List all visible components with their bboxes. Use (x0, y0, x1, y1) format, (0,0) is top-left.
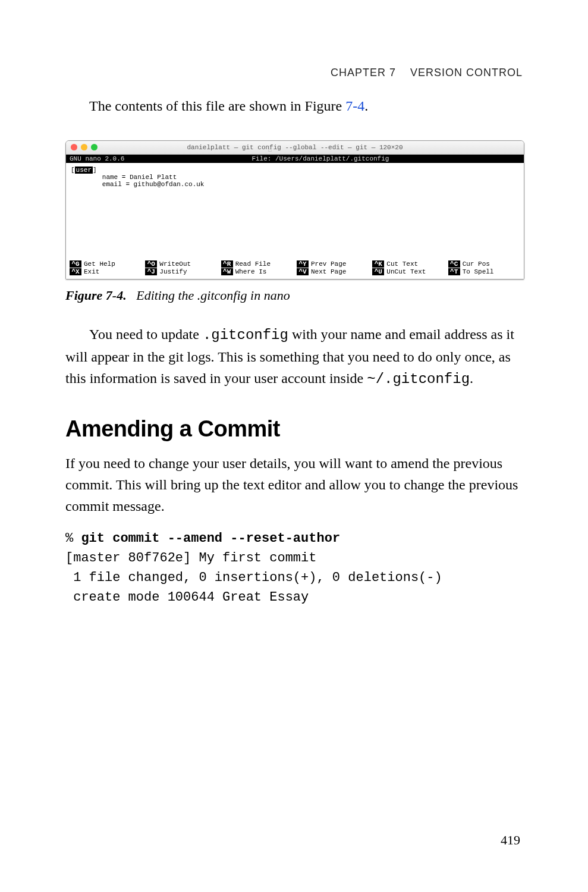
intro-text-post: . (364, 98, 368, 114)
shortcut-key: ^X (70, 268, 81, 275)
shortcut-label: UnCut Text (386, 268, 426, 275)
terminal-window-title: danielplatt — git config --global --edit… (187, 144, 403, 151)
shell-output: [master 80f762e] My first commit (65, 551, 316, 566)
shortcut-key: ^R (221, 260, 233, 268)
shortcut-label: Justify (159, 268, 187, 275)
shortcut-key: ^W (221, 268, 233, 275)
shortcut-key: ^T (448, 268, 460, 275)
shortcut-key: ^V (297, 268, 309, 275)
window-controls (71, 144, 98, 150)
nano-file-label: File: /Users/danielplatt/.gitconfig (251, 155, 389, 162)
shortcut-key: ^U (372, 268, 384, 275)
nano-line: name = Daniel Platt (71, 174, 519, 181)
page: CHAPTER 7 VERSION CONTROL The contents o… (0, 0, 588, 892)
shortcut-label: Cut Text (386, 260, 418, 268)
code-block: % git commit --amend --reset-author [mas… (65, 529, 523, 607)
shortcut-label: Exit (84, 268, 99, 275)
shortcut-key: ^O (145, 260, 157, 268)
nano-line: [user] (71, 167, 519, 174)
home-icon: ⌂ (268, 144, 272, 157)
intro-paragraph: The contents of this file are shown in F… (65, 95, 523, 117)
paragraph: You need to update .gitconfig with your … (65, 323, 523, 390)
zoom-icon[interactable] (91, 144, 98, 150)
nano-shortcut: ^CCur Pos (448, 260, 520, 268)
nano-line: email = github@ofdan.co.uk (71, 181, 519, 188)
nano-editor-body[interactable]: [user] name = Daniel Platt email = githu… (66, 163, 524, 259)
page-number: 419 (501, 833, 520, 848)
inline-code: ~/.gitconfig (367, 371, 470, 387)
nano-shortcut: ^RRead File (221, 260, 293, 268)
shell-command: git commit --amend --reset-author (81, 531, 340, 546)
shortcut-label: WriteOut (159, 260, 191, 268)
nano-shortcut: ^WWhere Is (221, 268, 293, 275)
shell-output: create mode 100644 Great Essay (65, 590, 309, 605)
figure-number: Figure 7-4. (65, 288, 127, 303)
shortcut-label: Get Help (84, 260, 115, 268)
terminal-window: ⌂ danielplatt — git config --global --ed… (65, 140, 524, 279)
paragraph: If you need to change your user details,… (65, 453, 523, 517)
nano-shortcut: ^GGet Help (70, 260, 142, 268)
terminal-titlebar: ⌂ danielplatt — git config --global --ed… (66, 141, 524, 155)
shortcut-key: ^J (145, 268, 157, 275)
shortcut-label: Prev Page (311, 260, 346, 268)
shortcut-key: ^C (448, 260, 460, 268)
minimize-icon[interactable] (81, 144, 87, 150)
nano-shortcut: ^TTo Spell (448, 268, 520, 275)
close-icon[interactable] (71, 144, 77, 150)
figure-caption-text: Editing the .gitconfig in nano (136, 288, 290, 303)
shortcut-key: ^K (372, 260, 384, 268)
nano-shortcut: ^YPrev Page (297, 260, 369, 268)
section-heading: Amending a Commit (65, 416, 523, 442)
shortcut-label: To Spell (463, 268, 494, 275)
running-header: CHAPTER 7 VERSION CONTROL (331, 67, 523, 79)
figure-caption: Figure 7-4. Editing the .gitconfig in na… (65, 288, 523, 303)
shortcut-label: Where Is (235, 268, 267, 275)
nano-section-name: user (75, 167, 93, 174)
shortcut-label: Read File (235, 260, 271, 268)
nano-shortcut: ^UUnCut Text (372, 268, 444, 275)
shell-prompt: % (65, 531, 81, 546)
figure-ref-link[interactable]: 7-4 (345, 98, 364, 114)
nano-version: GNU nano 2.0.6 (70, 155, 124, 162)
shell-output: 1 file changed, 0 insertions(+), 0 delet… (65, 570, 442, 585)
chapter-title: VERSION CONTROL (410, 67, 523, 78)
chapter-label: CHAPTER 7 (331, 67, 396, 78)
shortcut-key: ^G (70, 260, 81, 268)
nano-shortcut: ^VNext Page (297, 268, 369, 275)
shortcut-label: Cur Pos (463, 260, 490, 268)
nano-shortcuts: ^GGet Help ^OWriteOut ^RRead File ^YPrev… (66, 259, 524, 279)
nano-header: GNU nano 2.0.6 File: /Users/danielplatt/… (66, 155, 524, 163)
inline-code: .gitconfig (203, 327, 288, 343)
shortcut-key: ^Y (297, 260, 309, 268)
nano-shortcut: ^XExit (70, 268, 142, 275)
shortcut-label: Next Page (311, 268, 346, 275)
intro-text-pre: The contents of this file are shown in F… (89, 98, 345, 114)
nano-shortcut: ^KCut Text (372, 260, 444, 268)
nano-shortcut: ^JJustify (145, 268, 217, 275)
nano-shortcut: ^OWriteOut (145, 260, 217, 268)
